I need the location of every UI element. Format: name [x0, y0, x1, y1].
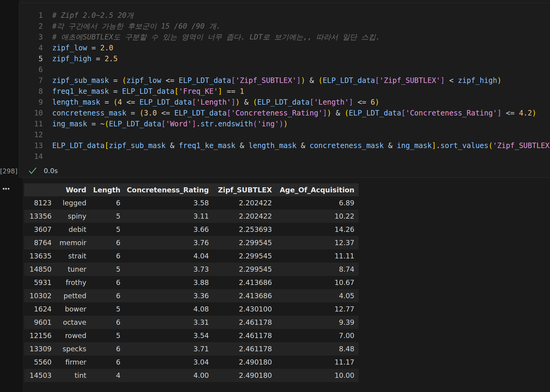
- token-b2: ]: [192, 120, 196, 128]
- token-op: =: [100, 98, 113, 106]
- execution-success-icon: [28, 166, 37, 175]
- table-header-row: WordLengthConcreteness_RatingZipf_SUBTLE…: [24, 183, 359, 196]
- token-b2: [: [231, 76, 235, 85]
- token-var: str: [200, 120, 213, 128]
- check-path: [29, 168, 36, 173]
- cell-word: rowed: [56, 329, 91, 342]
- token-var: zipf_sub_mask: [109, 141, 166, 150]
- ellipsis-dot: [5, 188, 7, 190]
- token-var: zipf_high: [458, 76, 497, 85]
- token-b1: ): [497, 76, 501, 85]
- line-number: 2: [19, 21, 43, 32]
- code-line-text: ELP_LDT_data[zipf_sub_mask & freq1_ke_ma…: [43, 140, 549, 151]
- cell-length: 5: [91, 210, 125, 223]
- table-row: 13635strait64.042.29954511.11: [24, 249, 359, 263]
- code-line-2[interactable]: 2#각 구간에서 가능한 후보군이 15 /60 /90 개.: [19, 21, 550, 32]
- line-number: 12: [19, 129, 43, 140]
- token-str: 'Length': [314, 98, 349, 106]
- column-header-zipf_subtlex: Zipf_SUBTLEX: [213, 183, 276, 196]
- token-num: 1: [240, 87, 244, 96]
- cell-length: 6: [91, 342, 125, 356]
- code-line-14[interactable]: 14: [19, 151, 550, 162]
- code-editor[interactable]: 1# Zipf 2.0~2.5 20개2#각 구간에서 가능한 후보군이 15 …: [19, 10, 550, 162]
- token-str: 'Zipf_SUBTLEX: [493, 141, 549, 150]
- token-var: ELP_LDT_data: [349, 109, 401, 117]
- token-var: length_mask: [52, 98, 100, 106]
- code-line-11[interactable]: 11ing_mask = ~(ELP_LDT_data['Word'].str.…: [19, 119, 550, 129]
- cell-concreteness_rating: 3.31: [125, 316, 213, 329]
- cell-zipf_subtlex: 2.202422: [213, 196, 276, 210]
- token-op: .: [196, 120, 200, 128]
- token-op: .: [214, 120, 218, 128]
- token-b2: [: [310, 98, 314, 106]
- code-line-1[interactable]: 1# Zipf 2.0~2.5 20개: [19, 10, 550, 21]
- cell-zipf_subtlex: 2.202422: [213, 210, 276, 223]
- cell-length: 6: [91, 276, 125, 289]
- token-b1: ]: [432, 141, 436, 150]
- token-num: 4: [118, 98, 122, 106]
- token-b2: ]: [231, 98, 235, 106]
- token-b1: ): [301, 76, 305, 85]
- cell-word: debit: [56, 223, 91, 236]
- cell-index: 5931: [24, 276, 56, 289]
- token-op: ==: [222, 87, 240, 96]
- line-number: 4: [19, 43, 43, 53]
- cell-index: 1624: [24, 302, 56, 316]
- token-b1: ): [532, 109, 536, 117]
- token-comment: # 애초에SUBTLEX도 구분할 수 있는 영역이 너무 좁다. LDT로 보…: [52, 33, 380, 41]
- token-b1: (: [318, 76, 322, 85]
- line-number: 10: [19, 108, 43, 119]
- token-b1: (: [488, 141, 493, 150]
- code-line-12[interactable]: 12: [19, 129, 550, 140]
- cell-length: 4: [91, 369, 125, 382]
- code-line-13[interactable]: 13ELP_LDT_data[zipf_sub_mask & freq1_ke_…: [19, 140, 550, 151]
- cell-concreteness_rating: 3.76: [125, 236, 213, 249]
- cell-zipf_subtlex: 2.461178: [213, 342, 276, 356]
- cell-age_of_acquisition: 12.77: [276, 302, 359, 316]
- code-line-4[interactable]: 4zipf_low = 2.0: [19, 43, 550, 53]
- cell-age_of_acquisition: 9.39: [276, 316, 359, 329]
- token-b1: (: [113, 98, 117, 106]
- cell-word: legged: [56, 196, 91, 210]
- cell-concreteness_rating: 3.88: [125, 276, 213, 289]
- token-var: freq1_ke_mask: [52, 87, 109, 96]
- cell-index: 12156: [24, 329, 56, 342]
- code-line-text: [43, 64, 52, 75]
- token-b1: (: [104, 120, 109, 128]
- code-line-3[interactable]: 3# 애초에SUBTLEX도 구분할 수 있는 영역이 너무 좁다. LDT로 …: [19, 32, 550, 43]
- cell-length: 5: [91, 223, 125, 236]
- line-number: 13: [19, 140, 43, 151]
- column-header-concreteness_rating: Concreteness_Rating: [125, 183, 213, 196]
- token-op: <: [445, 76, 458, 85]
- token-op: =: [109, 76, 122, 85]
- code-line-10[interactable]: 10concreteness_mask = (3.0 <= ELP_LDT_da…: [19, 108, 550, 119]
- cell-age_of_acquisition: 7.00: [276, 329, 359, 342]
- cell-zipf_subtlex: 2.299545: [213, 236, 276, 249]
- line-number: 7: [19, 75, 43, 86]
- token-var: ELP_LDT_data: [257, 98, 309, 106]
- token-op: &: [296, 141, 309, 150]
- table-row: 13356spiny53.112.20242210.22: [24, 210, 359, 223]
- cell-word: frothy: [56, 276, 91, 289]
- code-line-9[interactable]: 9length_mask = (4 <= ELP_LDT_data['Lengt…: [19, 97, 550, 108]
- table-row: 10302petted63.362.4136864.05: [24, 289, 359, 302]
- cell-age_of_acquisition: 11.11: [276, 249, 359, 263]
- code-line-text: # 애초에SUBTLEX도 구분할 수 있는 영역이 너무 좁다. LDT로 보…: [43, 32, 380, 43]
- token-b2: ]: [323, 109, 327, 117]
- code-line-8[interactable]: 8freq1_ke_mask = ELP_LDT_data['Freq_KE']…: [19, 86, 550, 97]
- token-var: ELP_LDT_data: [139, 98, 192, 106]
- cell-word: tuner: [56, 263, 91, 276]
- token-op: =: [87, 120, 100, 128]
- cell-age_of_acquisition: 14.26: [276, 223, 359, 236]
- cell-zipf_subtlex: 2.461178: [213, 329, 276, 342]
- cell-age_of_acquisition: 8.74: [276, 263, 359, 276]
- output-options-icon[interactable]: [3, 188, 9, 190]
- token-num: 6: [371, 98, 375, 106]
- notebook-code-cell[interactable]: 1# Zipf 2.0~2.5 20개2#각 구간에서 가능한 후보군이 15 …: [19, 3, 550, 178]
- token-b1: (: [253, 98, 257, 106]
- token-op: ~: [100, 120, 104, 128]
- code-line-7[interactable]: 7zipf_sub_mask = (zipf_low <= ELP_LDT_da…: [19, 75, 550, 86]
- cell-zipf_subtlex: 2.299545: [213, 263, 276, 276]
- code-line-5[interactable]: 5zipf_high = 2.5: [19, 53, 550, 64]
- code-line-6[interactable]: 6: [19, 64, 550, 75]
